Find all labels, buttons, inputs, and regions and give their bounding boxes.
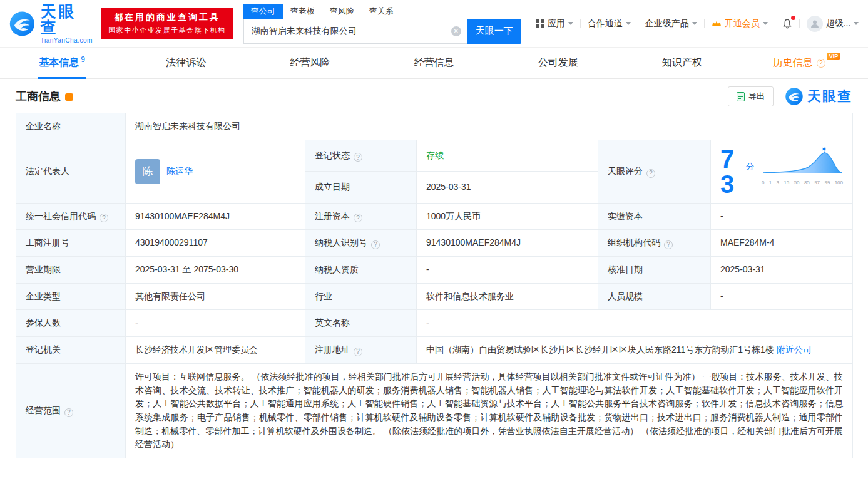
field-value-approval-date: 2025-03-31 [711, 257, 853, 284]
tab-development[interactable]: 公司发展 [496, 48, 620, 78]
field-label-english-name: 英文名称 [305, 310, 417, 337]
section-title-text: 工商信息 [16, 89, 61, 104]
field-label-scope: 经营范围 [16, 363, 126, 458]
export-button[interactable]: 导出 [728, 86, 774, 106]
announcement-icon [65, 93, 73, 101]
crown-icon [712, 20, 722, 28]
tianyancha-logo[interactable]: 天眼查 TianYanCha.com [9, 4, 93, 44]
nav-apps-label: 应用 [548, 18, 565, 29]
tab-operation-label: 经营信息 [414, 56, 454, 70]
search-block: 查公司 查老板 查风险 查关系 ✕ 天眼一下 [243, 4, 521, 44]
watermark-text: 天眼查 [807, 87, 852, 106]
logo-domain: TianYanCha.com [41, 37, 93, 44]
score-number: 73 [720, 147, 740, 197]
table-row: 企业名称 湖南智启未来科技有限公司 [16, 113, 853, 140]
search-input[interactable] [243, 19, 467, 44]
field-value-taxpayer-id: 91430100MAEF284M4J [417, 230, 598, 257]
nav-apps[interactable]: 应用 [529, 18, 580, 29]
field-label-term: 营业期限 [16, 257, 126, 284]
tab-legal[interactable]: 法律诉讼 [124, 48, 248, 78]
search-tab-risk[interactable]: 查风险 [322, 4, 362, 19]
tab-development-label: 公司发展 [538, 56, 578, 70]
legal-rep-link[interactable]: 陈运华 [166, 165, 193, 178]
table-row: 经营范围 许可项目：互联网信息服务。 （依法须经批准的项目，经相关部门批准后方可… [16, 363, 853, 458]
tab-basic-info-label: 基本信息 [39, 56, 79, 70]
search-tab-company[interactable]: 查公司 [243, 4, 283, 19]
score-unit: 分 [746, 160, 754, 173]
field-label-credit-code: 统一社会信用代码 [16, 203, 126, 230]
tab-basic-info[interactable]: 基本信息 9 [0, 48, 124, 78]
field-value-company-type: 其他有限责任公司 [126, 283, 305, 310]
table-row: 法定代表人 陈 陈运华 登记状态 存续 天眼评分 73 分 [16, 140, 853, 172]
nav-open-vip-label: 开通会员 [725, 18, 760, 29]
promo-line2: 国家中小企业发展子基金旗下机构 [108, 26, 226, 35]
nearby-companies-link[interactable]: 附近公司 [777, 344, 812, 354]
field-label-legal-rep: 法定代表人 [16, 140, 126, 203]
field-label-insured: 参保人数 [16, 310, 126, 337]
nav-partner[interactable]: 合作通道 [581, 18, 638, 29]
export-label: 导出 [748, 91, 765, 102]
chevron-down-icon [854, 22, 859, 25]
tab-risk-label: 经营风险 [290, 56, 330, 70]
field-value-staff-size: - [711, 283, 853, 310]
help-icon[interactable] [371, 240, 380, 249]
field-value-registry: 长沙经济技术开发区管理委员会 [126, 337, 305, 364]
help-icon[interactable] [64, 408, 73, 417]
field-value-reg-number: 430194000291107 [126, 230, 305, 257]
vip-badge: VIP [827, 53, 841, 60]
tianyancha-logo-icon [9, 10, 36, 38]
field-value-address: 中国（湖南）自由贸易试验区长沙片区长沙经开区区块人民东路211号东方韵动汇1号栋… [417, 337, 853, 364]
search-button[interactable]: 天眼一下 [467, 19, 521, 44]
help-icon[interactable] [354, 153, 362, 162]
help-icon[interactable] [664, 240, 673, 249]
nav-enterprise[interactable]: 企业级产品 [638, 18, 704, 29]
field-value-taxpayer-quality: - [417, 257, 598, 284]
field-value-credit-code: 91430100MAEF284M4J [126, 203, 305, 230]
search-tab-boss[interactable]: 查老板 [283, 4, 322, 19]
tab-operation[interactable]: 经营信息 [372, 48, 496, 78]
tianyancha-watermark-icon [785, 87, 804, 106]
field-label-reg-status: 登记状态 [305, 140, 417, 172]
address-text: 中国（湖南）自由贸易试验区长沙片区长沙经开区区块人民东路211号东方韵动汇1号栋… [426, 344, 774, 354]
nav-open-vip[interactable]: 开通会员 [705, 18, 775, 29]
business-info-table: 企业名称 湖南智启未来科技有限公司 法定代表人 陈 陈运华 登记状态 存续 天眼… [16, 113, 853, 458]
help-icon[interactable] [100, 214, 108, 222]
help-icon[interactable] [646, 169, 655, 178]
field-label-address: 注册地址 [305, 337, 417, 364]
help-icon[interactable] [354, 214, 362, 222]
tab-legal-label: 法律诉讼 [166, 56, 206, 70]
field-value-score: 73 分 [711, 140, 853, 203]
nav-user-menu[interactable]: 超级... [800, 16, 866, 32]
field-label-registry: 登记机关 [16, 337, 126, 364]
field-value-reg-capital: 1000万人民币 [417, 203, 598, 230]
score-axis: 01 315 5085 9799 100 [762, 179, 843, 187]
chevron-down-icon [626, 22, 631, 25]
nav-partner-label: 合作通道 [588, 18, 623, 29]
field-label-staff-size: 人员规模 [598, 283, 711, 310]
table-row: 工商注册号 430194000291107 纳税人识别号 91430100MAE… [16, 230, 853, 257]
tab-basic-info-count: 9 [81, 55, 85, 64]
company-section-tabs: 基本信息 9 法律诉讼 经营风险 经营信息 公司发展 知识产权 历史信息 VIP [0, 48, 868, 79]
tab-ip[interactable]: 知识产权 [620, 48, 744, 78]
legal-rep-avatar[interactable]: 陈 [135, 159, 160, 184]
top-nav: 应用 合作通道 企业级产品 开通会员 [529, 16, 866, 32]
tab-history[interactable]: 历史信息 VIP [744, 48, 868, 78]
field-label-paid-capital: 实缴资本 [598, 203, 711, 230]
field-label-reg-number: 工商注册号 [16, 230, 126, 257]
notification-bell-icon[interactable] [775, 18, 799, 30]
clear-search-icon[interactable]: ✕ [451, 26, 461, 36]
field-value-reg-status: 存续 [417, 140, 598, 172]
chevron-down-icon [568, 22, 573, 25]
field-value-org-code: MAEF284M-4 [711, 230, 853, 257]
tab-risk[interactable]: 经营风险 [248, 48, 372, 78]
field-value-paid-capital: - [711, 203, 853, 230]
tianyancha-watermark: 天眼查 [785, 87, 852, 106]
field-label-company-name: 企业名称 [16, 113, 126, 140]
promo-line1: 都在用的商业查询工具 [108, 12, 226, 23]
table-row: 企业类型 其他有限责任公司 行业 软件和信息技术服务业 人员规模 - [16, 283, 853, 310]
table-row: 登记机关 长沙经济技术开发区管理委员会 注册地址 中国（湖南）自由贸易试验区长沙… [16, 337, 853, 364]
tab-ip-label: 知识产权 [662, 56, 702, 70]
help-icon[interactable] [354, 348, 362, 356]
field-value-english-name: - [417, 310, 853, 337]
search-tab-relation[interactable]: 查关系 [362, 4, 401, 19]
